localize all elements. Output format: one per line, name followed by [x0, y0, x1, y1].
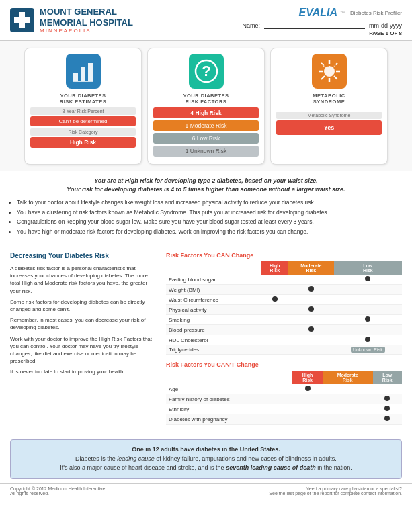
footer-right-text: Need a primary care physician or a speci…	[269, 486, 402, 491]
bullet-2: You have a clustering of risk factors kn…	[17, 209, 400, 216]
page-header: Mount General Memorial Hospital Minneapo…	[0, 0, 412, 41]
svg-rect-4	[81, 67, 85, 81]
left-para4: Work with your doctor to improve the Hig…	[10, 335, 158, 365]
name-line: Name: mm-dd-yyyy	[242, 21, 402, 29]
name-label: Name:	[242, 22, 260, 29]
high-cell	[292, 394, 323, 404]
low-cell	[334, 305, 402, 315]
footer-left: Copyright © 2012 Medicom Health Interact…	[10, 486, 105, 496]
card2-row4: 1 Unknown Risk	[153, 146, 259, 157]
card1-icon	[66, 54, 101, 89]
moderate-cell	[288, 275, 334, 285]
section-divider	[10, 245, 402, 245]
row-label: HDL Cholesterol	[166, 335, 261, 345]
bar-chart-icon	[70, 58, 97, 85]
table-row: HDL Cholesterol	[166, 335, 402, 345]
bullet-3: Congratulations on keeping your blood su…	[17, 218, 400, 226]
high-cell	[292, 384, 323, 394]
row-label: Family history of diabetes	[166, 394, 292, 404]
high-cell	[261, 275, 288, 285]
logo-text-area: Mount General Memorial Hospital Minneapo…	[40, 7, 133, 34]
bullet-1: Talk to your doctor about lifestyle chan…	[17, 199, 400, 206]
low-cell	[373, 394, 402, 404]
card1-8yr-label: 8-Year Risk Percent	[30, 107, 136, 115]
low-cell	[373, 414, 402, 425]
brand-name: EVALIA	[299, 7, 337, 19]
card3-value: Yes	[276, 120, 382, 135]
logo-line2: Memorial Hospital	[40, 17, 133, 28]
moderate-cell	[288, 325, 334, 335]
high-cell	[261, 325, 288, 335]
footer-copyright: Copyright © 2012 Medicom Health Interact…	[10, 486, 105, 491]
date-placeholder: mm-dd-yyyy	[369, 22, 402, 29]
table-row: Age	[166, 384, 402, 394]
main-text-section: You are at High Risk for developing type…	[0, 171, 412, 196]
logo-area: Mount General Memorial Hospital Minneapo…	[10, 7, 133, 34]
right-column: Risk Factors You CAN Change HighRisk Mod…	[166, 252, 402, 431]
table-row: Diabetes with pregnancy	[166, 414, 402, 425]
row-label: Blood pressure	[166, 325, 261, 335]
footer-right-sub: See the last page of the report for comp…	[269, 491, 402, 496]
left-column: Decreasing Your Diabetes Risk A diabetes…	[10, 252, 158, 431]
card1-high-risk: High Risk	[30, 137, 136, 148]
card2-title: Your Diabetes Risk Factors	[153, 93, 259, 105]
high-cell	[261, 315, 288, 325]
table-row: Blood pressure	[166, 325, 402, 335]
high-cell	[261, 345, 288, 355]
can-change-title: Risk Factors You CAN Change	[166, 252, 402, 259]
row-label: Ethnicity	[166, 404, 292, 414]
card3-icon: 5 FACTORS	[312, 54, 347, 89]
moderate-cell	[323, 394, 373, 404]
table-row: Weight (BMI)	[166, 285, 402, 295]
low-cell	[334, 285, 402, 295]
bullet-list: Talk to your doctor about lifestyle chan…	[0, 196, 412, 242]
callout-line3: It's also a major cause of heart disease…	[21, 463, 391, 473]
card2-row1: 4 High Risk	[153, 107, 259, 118]
can-word: CAN	[216, 252, 230, 259]
moderate-cell	[323, 384, 373, 394]
high-cell	[292, 404, 323, 414]
low-cell	[334, 315, 402, 325]
card2-row3: 6 Low Risk	[153, 133, 259, 144]
svg-rect-5	[88, 63, 93, 81]
moderate-cell	[323, 414, 373, 425]
name-underline	[264, 21, 365, 29]
row-label: Age	[166, 384, 292, 394]
footer-right: Need a primary care physician or a speci…	[269, 486, 402, 496]
question-circle-icon: ?	[193, 58, 220, 85]
main-line2: Your risk for developing diabetes is 4 t…	[67, 186, 345, 193]
cant-change-tbody: Age Family history of diabetes Ethnicity…	[166, 384, 402, 425]
cant-word: CAN'T	[216, 361, 235, 368]
table-row: Waist Circumference	[166, 295, 402, 305]
card3-label: Metabolic Syndrome	[276, 112, 382, 119]
low-cell	[334, 275, 402, 285]
high-cell	[261, 305, 288, 315]
card-metabolic: 5 FACTORS Metabolic Syndrome Metabolic S…	[270, 48, 388, 165]
left-para2: Some risk factors for developing diabete…	[10, 298, 158, 313]
table-row: Smoking	[166, 315, 402, 325]
callout-line2: Diabetes is the leading cause of kidney …	[21, 455, 391, 464]
moderate-cell	[288, 305, 334, 315]
moderate-cell	[288, 335, 334, 345]
left-para3: Remember, in most cases, you can decreas…	[10, 316, 158, 331]
low-cell	[334, 325, 402, 335]
low-cell	[373, 404, 402, 414]
card2-icon: ?	[189, 54, 224, 89]
can-change-tbody: Fasting blood sugar Weight (BMI) Waist C…	[166, 275, 402, 355]
low-cell: Unknown Risk	[334, 345, 402, 355]
left-para1: A diabetes risk factor is a personal cha…	[10, 265, 158, 295]
cant-change-title: Risk Factors You CAN'T Change	[166, 361, 402, 368]
logo-city: Minneapolis	[40, 28, 133, 34]
col-header-high: HighRisk	[261, 261, 288, 275]
table-row: Triglycerides Unknown Risk	[166, 345, 402, 355]
card-risk-factors: ? Your Diabetes Risk Factors 4 High Risk…	[147, 48, 265, 165]
sun-icon: 5 FACTORS	[316, 58, 343, 85]
row-label: Triglycerides	[166, 345, 261, 355]
brand-subtitle: Diabetes Risk Profiler	[350, 10, 402, 16]
svg-text:5 FACTORS: 5 FACTORS	[318, 63, 341, 67]
svg-text:?: ?	[202, 62, 210, 79]
brand-trademark: ™	[340, 11, 345, 15]
col2-header-moderate: ModerateRisk	[323, 371, 373, 384]
card3-title: Metabolic Syndrome	[276, 93, 382, 105]
header-right: EVALIA ™ Diabetes Risk Profiler Name: mm…	[242, 7, 402, 36]
